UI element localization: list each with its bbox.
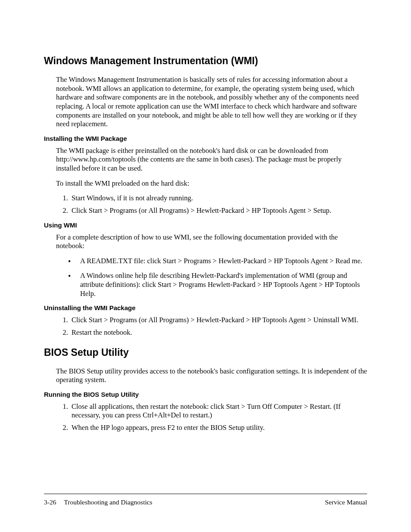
bios-intro-paragraph: The BIOS Setup utility provides access t…: [56, 367, 367, 385]
list-item: When the HP logo appears, press F2 to en…: [70, 423, 367, 432]
footer-section-name: Troubleshooting and Diagnostics: [64, 498, 152, 506]
wmi-intro-paragraph: The Windows Management Instrumentation i…: [56, 75, 367, 129]
list-item: Close all applications, then restart the…: [70, 402, 367, 420]
install-wmi-heading: Installing the WMI Package: [44, 135, 367, 142]
using-wmi-heading: Using WMI: [44, 221, 367, 229]
section-heading-bios: BIOS Setup Utility: [44, 347, 367, 358]
install-wmi-p2: To install the WMI preloaded on the hard…: [56, 179, 367, 188]
using-wmi-p1: For a complete description of how to use…: [56, 233, 367, 251]
list-item: Restart the notebook.: [70, 328, 367, 337]
list-item: Start Windows, if it is not already runn…: [70, 194, 367, 203]
list-item: Click Start > Programs (or All Programs)…: [70, 206, 367, 215]
install-wmi-steps: Start Windows, if it is not already runn…: [70, 194, 367, 215]
uninstall-wmi-steps: Click Start > Programs (or All Programs)…: [70, 316, 367, 337]
list-item: A Windows online help file describing He…: [68, 271, 367, 298]
using-wmi-bullets: A README.TXT file: click Start > Program…: [68, 257, 367, 299]
list-item: Click Start > Programs (or All Programs)…: [70, 316, 367, 325]
page-footer: 3-26 Troubleshooting and Diagnostics Ser…: [44, 494, 367, 506]
footer-doc-name: Service Manual: [325, 498, 367, 506]
running-bios-heading: Running the BIOS Setup Utility: [44, 391, 367, 398]
list-item: A README.TXT file: click Start > Program…: [68, 257, 367, 266]
footer-page-number: 3-26: [44, 498, 56, 506]
install-wmi-p1: The WMI package is either preinstalled o…: [56, 146, 367, 173]
section-heading-wmi: Windows Management Instrumentation (WMI): [44, 55, 367, 67]
running-bios-steps: Close all applications, then restart the…: [70, 402, 367, 432]
uninstall-wmi-heading: Uninstalling the WMI Package: [44, 304, 367, 311]
